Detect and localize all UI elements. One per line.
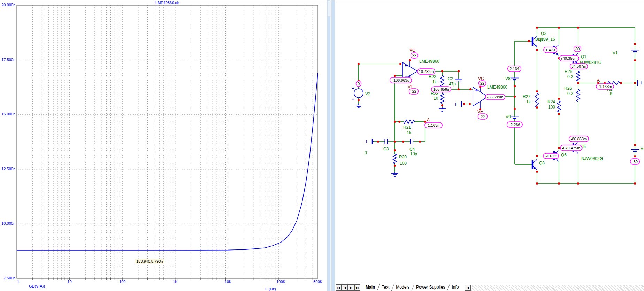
x-tick-label: 10 [67, 279, 71, 284]
junction-dot [634, 155, 636, 157]
x-tick-label: 10K [225, 279, 232, 284]
junction-dot [577, 82, 579, 84]
junction-dot [469, 88, 472, 90]
window-splitter[interactable] [327, 0, 335, 291]
junction-dot [358, 99, 360, 101]
junction-dot [536, 155, 538, 157]
voltage-source-v2[interactable] [354, 89, 363, 98]
junction-dot [536, 90, 538, 92]
voltage-bubble-value: 10.782m [419, 69, 434, 74]
sheet-tab-power-supplies[interactable]: Power Supplies [413, 283, 448, 290]
next-page-button[interactable]: ▶ [348, 284, 354, 291]
last-page-button[interactable]: ▶| [354, 284, 360, 291]
sheet-tab-text[interactable]: Text [378, 283, 392, 290]
y-tick-label: 12.500n [1, 167, 15, 171]
part-label: Q1 [581, 54, 586, 59]
transistor-q2[interactable] [532, 37, 533, 46]
voltage-bubble-value: 22 [480, 81, 484, 85]
trace-legend-label[interactable]: GD(V(A)) [29, 284, 45, 288]
resistor-symbol[interactable] [535, 93, 539, 107]
voltage-bubble-value: -2.266 [509, 122, 520, 127]
junction-dot [558, 98, 560, 100]
schematic-canvas[interactable]: +−+−+−+−+−V2LME49860R221kC247pR2310LME49… [335, 0, 644, 283]
part-label: R25 [565, 69, 572, 74]
part-label: LME49860 [487, 85, 507, 90]
part-label: V2 [365, 91, 370, 96]
part-label: 1k [432, 80, 437, 84]
voltage-bubble-value: -65.699m [487, 95, 503, 99]
voltage-bubble-value: -106.663u [392, 78, 409, 82]
junction-dot [441, 104, 443, 106]
plus-sign: + [352, 86, 354, 90]
junction-dot [558, 182, 560, 185]
horizontal-scrollbar-track[interactable] [472, 285, 644, 291]
voltage-bubble-value: 1.473 [545, 48, 555, 52]
plus-sign: + [476, 88, 478, 92]
junction-dot [536, 106, 538, 109]
part-label: R21 [403, 125, 411, 130]
part-label: Q2 [541, 31, 546, 36]
part-label: C2 [448, 76, 453, 81]
scroll-left-button[interactable]: ◀ [465, 285, 471, 291]
x-tick-label: 100 [119, 279, 125, 284]
junction-dot [402, 141, 404, 143]
tab-strip-end-divider [463, 284, 463, 291]
x-tick-label: 500K [313, 279, 322, 284]
resistor-symbol[interactable] [557, 101, 561, 112]
resistor-symbol[interactable] [576, 71, 580, 81]
part-label: R26 [564, 86, 572, 91]
prev-page-button[interactable]: ◀ [342, 284, 348, 291]
junction-dot [469, 103, 471, 105]
part-label: 0.2 [567, 91, 573, 96]
resistor-symbol[interactable] [440, 75, 444, 87]
junction-dot [620, 82, 622, 84]
junction-dot [577, 27, 579, 29]
resistor-symbol[interactable] [404, 120, 415, 124]
junction-dot [558, 113, 560, 115]
junction-dot [399, 63, 401, 65]
scrollbar-thumb[interactable] [328, 1, 330, 16]
y-tick-label: 20.000n [1, 3, 15, 7]
resistor-symbol[interactable] [393, 154, 397, 164]
analysis-plot-window: LME49860.cir 20.000n17.500n15.000n12.500… [0, 0, 327, 291]
transistor-q8[interactable] [532, 160, 533, 169]
junction-dot [536, 182, 538, 185]
sheet-tab-info[interactable]: Info [449, 283, 462, 290]
junction-dot [394, 149, 396, 151]
resistor-symbol[interactable] [576, 89, 580, 102]
first-page-button[interactable]: |◀ [336, 284, 342, 291]
junction-dot [634, 59, 636, 61]
junction-dot [634, 43, 636, 45]
microcap-application: LME49860.cir 20.000n17.500n15.000n12.500… [0, 0, 644, 291]
component-lead[interactable] [533, 159, 537, 163]
plus-sign: + [406, 63, 408, 67]
part-label: NJW0302G [581, 156, 603, 161]
part-label: 8 [610, 91, 612, 96]
part-label: 100 [400, 161, 407, 166]
junction-dot [424, 121, 426, 123]
junction-dot [514, 108, 516, 110]
junction-dot [394, 75, 396, 77]
voltage-bubble-value: -1.163m [598, 84, 612, 89]
voltage-bubble-value: -1.163m [427, 123, 440, 127]
junction-dot [634, 144, 636, 146]
part-label: 1k [407, 130, 412, 135]
part-label: V1 [613, 51, 618, 55]
junction-dot [409, 59, 411, 61]
tie-pin-label: I [455, 102, 456, 107]
voltage-bubble-value: 30 [575, 47, 580, 51]
junction-dot [536, 171, 538, 173]
plot-canvas[interactable] [0, 0, 327, 291]
sheet-tab-main[interactable]: Main [362, 283, 378, 290]
resistor-symbol[interactable] [440, 93, 444, 104]
part-label: R22 [429, 74, 436, 79]
junction-dot [441, 70, 443, 72]
voltage-bubble-value: -22 [411, 89, 416, 94]
junction-dot [514, 85, 516, 87]
voltage-bubble-value: 106.656u [433, 87, 449, 91]
sheet-tab-models[interactable]: Models [393, 283, 413, 290]
sheet-tabs: MainTextModelsPower SuppliesInfo [362, 283, 462, 291]
schematic-window: +−+−+−+−+−V2LME49860R221kC247pR2310LME49… [335, 0, 644, 291]
part-label: R24 [547, 99, 555, 104]
x-tick-label: 100K [276, 279, 285, 284]
